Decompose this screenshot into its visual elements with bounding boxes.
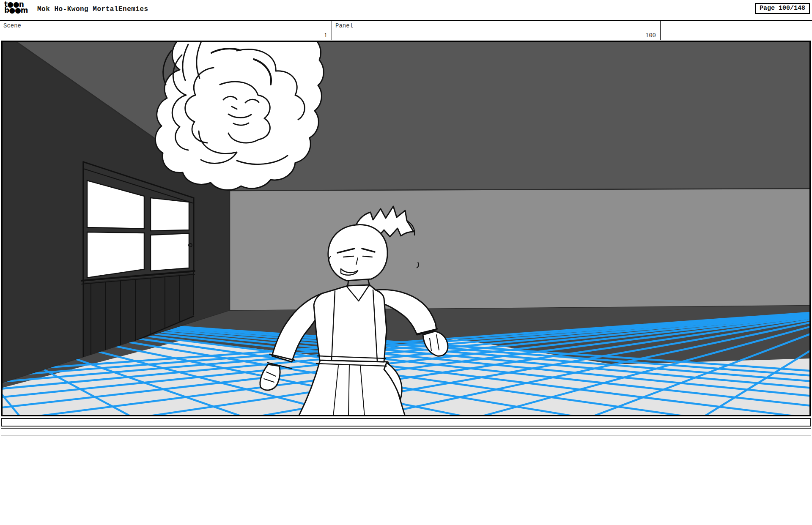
scene-panel-row: Scene 1 Panel 100 bbox=[0, 20, 812, 40]
project-title: Mok Ho-Kwong MortalEnemies bbox=[37, 5, 148, 13]
toonboom-logo-icon: t●●n b●●m bbox=[4, 2, 28, 13]
caption-row-2 bbox=[1, 428, 811, 435]
window-pane bbox=[87, 232, 144, 278]
character-torso bbox=[314, 285, 387, 362]
panel-cell: Panel 100 bbox=[332, 21, 661, 40]
scene-label: Scene bbox=[3, 22, 21, 29]
panel-label: Panel bbox=[335, 22, 353, 29]
storyboard-panel bbox=[1, 41, 811, 416]
caption-row-1 bbox=[1, 418, 811, 427]
scene-cell: Scene 1 bbox=[0, 21, 332, 40]
page-number-box: Page 100/148 bbox=[755, 3, 810, 14]
back-wall bbox=[230, 189, 811, 311]
window-pane bbox=[151, 233, 189, 271]
window-pane bbox=[151, 198, 189, 231]
panel-value: 100 bbox=[645, 32, 656, 39]
storyboard-drawing bbox=[1, 41, 811, 416]
scene-value: 1 bbox=[324, 32, 327, 39]
storyboard-page: t●●n b●●m Mok Ho-Kwong MortalEnemies Pag… bbox=[0, 0, 812, 525]
header-bar: t●●n b●●m Mok Ho-Kwong MortalEnemies Pag… bbox=[0, 0, 812, 20]
logo-line-2: b●●m bbox=[4, 8, 28, 14]
